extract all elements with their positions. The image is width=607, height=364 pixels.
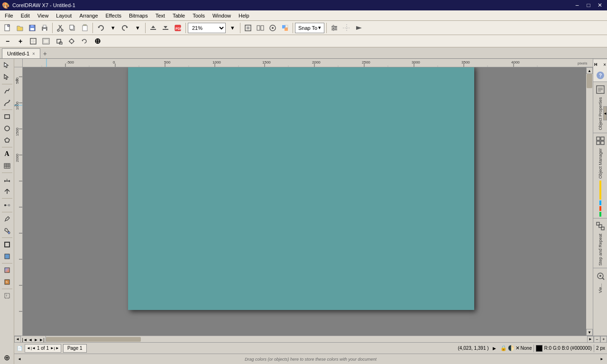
pan-btn[interactable]: [66, 36, 77, 47]
hints-close-btn[interactable]: ×: [603, 62, 606, 67]
text-tool[interactable]: A: [1, 148, 13, 160]
ellipse-tool[interactable]: [1, 123, 13, 134]
zoom-bar-minus[interactable]: −: [594, 336, 600, 343]
document-tab-untitled1[interactable]: Untitled-1 ×: [2, 48, 40, 58]
print-button[interactable]: [39, 22, 50, 34]
colorbar-left-btn[interactable]: ◄: [16, 356, 23, 363]
publish-button[interactable]: PDF: [172, 22, 184, 34]
view-icon[interactable]: [594, 270, 607, 282]
add-tab-btn[interactable]: +: [40, 49, 50, 58]
menu-item-view[interactable]: View: [34, 10, 53, 20]
close-button[interactable]: ✕: [595, 1, 605, 9]
docker-collapse-btn[interactable]: ◄: [603, 106, 607, 120]
zoom-bar-plus[interactable]: +: [600, 336, 607, 343]
next-page-btn[interactable]: ►: [33, 337, 39, 343]
paintbucket-tool[interactable]: [1, 225, 13, 237]
page-first-btn[interactable]: |◄: [31, 346, 36, 350]
view-mode[interactable]: [267, 22, 278, 34]
menu-item-effects[interactable]: Effects: [102, 10, 125, 20]
prev-page-btn[interactable]: ◄: [28, 337, 33, 343]
snap-to-button[interactable]: Snap To ▾: [295, 23, 324, 33]
subselect-tool[interactable]: [1, 72, 13, 83]
rectangle-tool[interactable]: [1, 111, 13, 122]
open-button[interactable]: [14, 22, 26, 34]
first-page-btn[interactable]: |◄: [22, 337, 28, 343]
scroll-down-button[interactable]: ▼: [586, 329, 593, 336]
menu-item-help[interactable]: Help: [235, 10, 253, 20]
scroll-up-button[interactable]: ▲: [586, 67, 593, 74]
zoom-all-btn[interactable]: [40, 36, 52, 47]
blend-tool[interactable]: [1, 200, 13, 211]
cut-button[interactable]: [55, 22, 66, 34]
zoom-in-btn[interactable]: +: [15, 36, 26, 47]
outline-tool[interactable]: [1, 239, 13, 250]
zoom-dropdown[interactable]: ▾: [227, 22, 238, 34]
undo-dropdown[interactable]: ▾: [107, 22, 119, 34]
undo-button[interactable]: [95, 22, 106, 34]
menu-item-table[interactable]: Table: [169, 10, 189, 20]
page-prev-btn[interactable]: ◄: [27, 346, 30, 350]
export-button[interactable]: [160, 22, 171, 34]
copy-button[interactable]: [67, 22, 78, 34]
table-tool[interactable]: [1, 160, 13, 172]
object-props-icon[interactable]: [594, 83, 607, 96]
svg-point-10: [61, 29, 63, 31]
redo-button[interactable]: [120, 22, 131, 34]
save-button[interactable]: [27, 22, 38, 34]
vertical-scroll-thumb[interactable]: [587, 74, 592, 88]
tab-close-btn[interactable]: ×: [32, 51, 35, 56]
polygon-tool[interactable]: [1, 135, 13, 146]
import-button[interactable]: [147, 22, 159, 34]
paste-button[interactable]: [79, 22, 91, 34]
step-repeat-icon[interactable]: [594, 220, 607, 232]
add-docker[interactable]: ⊕: [1, 352, 13, 363]
transparency-tool[interactable]: T: [1, 290, 13, 301]
page-tab-display: Page 1: [63, 344, 87, 353]
dimension-tool[interactable]: A: [1, 174, 13, 185]
eyedropper-tool[interactable]: [1, 213, 13, 225]
fill-tool[interactable]: [1, 251, 13, 262]
zoom-out-btn[interactable]: −: [2, 36, 13, 47]
bezier-tool[interactable]: [1, 97, 13, 109]
freehand-tool[interactable]: [1, 85, 13, 97]
redo-dropdown[interactable]: ▾: [132, 22, 143, 34]
h-scroll-thumb[interactable]: [46, 337, 141, 342]
scroll-left-button[interactable]: ◄: [14, 336, 21, 343]
coords-settings-btn[interactable]: ▶: [491, 345, 498, 352]
menu-item-tools[interactable]: Tools: [189, 10, 209, 20]
menu-item-window[interactable]: Window: [209, 10, 235, 20]
menu-item-bitmaps[interactable]: Bitmaps: [125, 10, 152, 20]
view-layout[interactable]: [255, 22, 266, 34]
maximize-button[interactable]: □: [583, 1, 594, 9]
scroll-right-button[interactable]: ►: [587, 336, 594, 343]
page-next-btn[interactable]: ►: [55, 346, 59, 350]
minimize-button[interactable]: –: [572, 1, 582, 9]
colorbar-right-btn[interactable]: ►: [598, 356, 605, 363]
refresh-btn[interactable]: [79, 36, 90, 47]
status-first-page[interactable]: 📄: [16, 345, 23, 352]
interactive-fill[interactable]: [1, 264, 13, 276]
menu-item-layout[interactable]: Layout: [52, 10, 75, 20]
smart-fill-tool[interactable]: S: [1, 276, 13, 288]
svg-text:3500: 3500: [461, 60, 470, 64]
dynamic-guides[interactable]: [341, 22, 352, 34]
select-tool[interactable]: [1, 60, 13, 71]
menu-item-file[interactable]: File: [1, 10, 17, 20]
canvas-area[interactable]: -500 0 500 1000 1500 2000: [14, 59, 593, 336]
object-manager-icon[interactable]: [594, 135, 607, 147]
options-button[interactable]: [329, 22, 340, 34]
page-last-btn[interactable]: ►|: [50, 346, 55, 350]
color-proof[interactable]: [279, 22, 291, 34]
menu-item-arrange[interactable]: Arrange: [75, 10, 101, 20]
last-page-btn[interactable]: ►|: [39, 337, 45, 343]
zoom-full[interactable]: [242, 22, 254, 34]
more-options[interactable]: [353, 22, 365, 34]
menu-item-edit[interactable]: Edit: [17, 10, 34, 20]
zoom-select[interactable]: 21% 50% 75% 100%: [188, 23, 226, 33]
connector-tool[interactable]: [1, 186, 13, 197]
new-button[interactable]: [2, 22, 13, 34]
add-page-btn[interactable]: ⊕: [92, 36, 103, 47]
zoom-select-btn[interactable]: [53, 36, 64, 47]
menu-item-text[interactable]: Text: [152, 10, 169, 20]
zoom-page-btn[interactable]: [28, 36, 39, 47]
